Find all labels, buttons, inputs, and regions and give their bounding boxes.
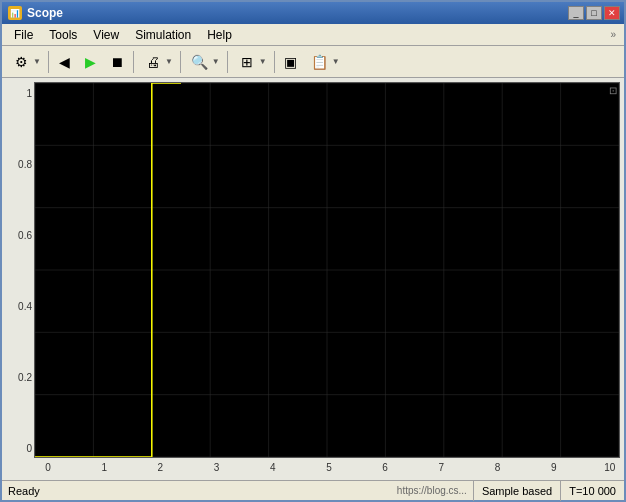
status-sample: Sample based — [473, 481, 560, 501]
toolbar-sep-3 — [180, 51, 181, 73]
save-icon: 📋 — [308, 50, 332, 74]
menu-view[interactable]: View — [85, 26, 127, 44]
toolbar-sep-4 — [227, 51, 228, 73]
y-label-5: 0.2 — [6, 372, 32, 383]
autoscale-dropdown[interactable]: ⊞ ▼ — [232, 50, 270, 74]
zoomin-arrow: ▼ — [212, 57, 220, 66]
x-axis: 0 1 2 3 4 5 6 7 8 9 10 — [38, 458, 620, 476]
x-label-7: 7 — [431, 462, 451, 473]
plot-svg — [35, 83, 619, 457]
y-label-6: 0 — [6, 443, 32, 454]
params-button[interactable]: ▣ — [279, 50, 303, 74]
status-right: Sample based T=10 000 — [473, 481, 624, 501]
x-label-1: 1 — [94, 462, 114, 473]
title-controls: _ □ ✕ — [568, 6, 620, 20]
settings-dropdown[interactable]: ⚙ ▼ — [6, 50, 44, 74]
x-label-4: 4 — [263, 462, 283, 473]
status-url: https://blog.cs... — [391, 485, 473, 496]
x-label-2: 2 — [150, 462, 170, 473]
zoomin-dropdown[interactable]: 🔍 ▼ — [185, 50, 223, 74]
x-label-10: 10 — [600, 462, 620, 473]
menu-overflow-arrow: » — [610, 29, 620, 40]
rewind-button[interactable]: ◀ — [53, 50, 77, 74]
zoomin-icon: 🔍 — [188, 50, 212, 74]
x-label-0: 0 — [38, 462, 58, 473]
y-label-3: 0.6 — [6, 230, 32, 241]
status-bar: Ready https://blog.cs... Sample based T=… — [2, 480, 624, 500]
x-label-8: 8 — [488, 462, 508, 473]
y-label-4: 0.4 — [6, 301, 32, 312]
toolbar-sep-1 — [48, 51, 49, 73]
window-title: Scope — [27, 6, 63, 20]
x-label-5: 5 — [319, 462, 339, 473]
save-arrow: ▼ — [332, 57, 340, 66]
y-axis: 1 0.8 0.6 0.4 0.2 0 — [6, 82, 34, 458]
plot-area[interactable]: ⊡ — [34, 82, 620, 458]
menu-bar: File Tools View Simulation Help » — [2, 24, 624, 46]
menu-file[interactable]: File — [6, 26, 41, 44]
menu-simulation[interactable]: Simulation — [127, 26, 199, 44]
run-button[interactable]: ▶ — [79, 50, 103, 74]
y-label-1: 1 — [6, 88, 32, 99]
x-label-9: 9 — [544, 462, 564, 473]
print-arrow: ▼ — [165, 57, 173, 66]
toolbar: ⚙ ▼ ◀ ▶ ⏹ 🖨 ▼ 🔍 ▼ ⊞ ▼ ▣ 📋 ▼ — [2, 46, 624, 78]
title-bar: 📊 Scope _ □ ✕ — [2, 2, 624, 24]
x-label-3: 3 — [207, 462, 227, 473]
toolbar-sep-2 — [133, 51, 134, 73]
status-ready: Ready — [2, 485, 391, 497]
maximize-button[interactable]: □ — [586, 6, 602, 20]
main-window: 📊 Scope _ □ ✕ File Tools View Simulation… — [0, 0, 626, 502]
settings-icon: ⚙ — [9, 50, 33, 74]
resize-icon[interactable]: ⊡ — [609, 85, 617, 96]
plot-container: 1 0.8 0.6 0.4 0.2 0 — [2, 78, 624, 480]
window-icon: 📊 — [8, 6, 22, 20]
menu-help[interactable]: Help — [199, 26, 240, 44]
toolbar-sep-5 — [274, 51, 275, 73]
settings-arrow: ▼ — [33, 57, 41, 66]
autoscale-arrow: ▼ — [259, 57, 267, 66]
minimize-button[interactable]: _ — [568, 6, 584, 20]
print-dropdown[interactable]: 🖨 ▼ — [138, 50, 176, 74]
x-label-6: 6 — [375, 462, 395, 473]
save-dropdown[interactable]: 📋 ▼ — [305, 50, 343, 74]
y-label-2: 0.8 — [6, 159, 32, 170]
print-icon: 🖨 — [141, 50, 165, 74]
pause-button[interactable]: ⏹ — [105, 50, 129, 74]
title-bar-left: 📊 Scope — [8, 6, 63, 20]
autoscale-icon: ⊞ — [235, 50, 259, 74]
status-time: T=10 000 — [560, 481, 624, 501]
menu-tools[interactable]: Tools — [41, 26, 85, 44]
close-button[interactable]: ✕ — [604, 6, 620, 20]
